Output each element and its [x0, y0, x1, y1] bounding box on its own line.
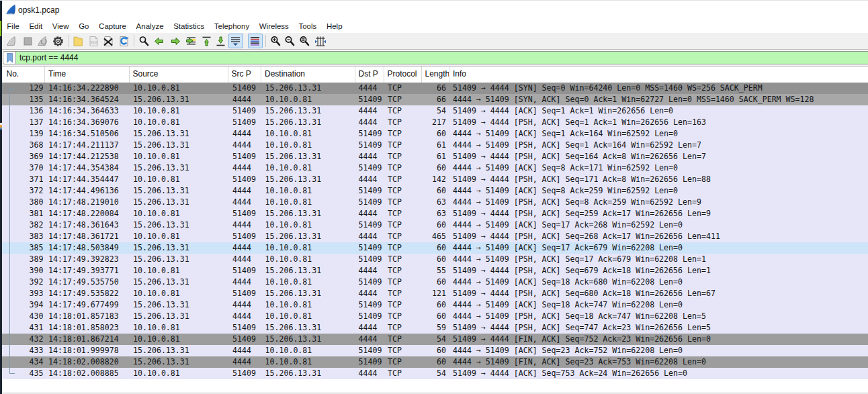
packet-row[interactable]: 36814:17:44.21113715.206.13.31444410.10.… — [2, 140, 868, 151]
column-header-no[interactable]: No. — [2, 66, 45, 83]
packet-row[interactable]: 13514:16:34.36452415.206.13.31444410.10.… — [2, 94, 868, 105]
packet-row[interactable]: 38314:17:48.36172110.10.0.815140915.206.… — [2, 231, 868, 242]
packet-row[interactable]: 36914:17:44.21253810.10.0.815140915.206.… — [2, 151, 868, 162]
packet-protocol: TCP — [384, 117, 422, 128]
filter-bookmark-button[interactable] — [3, 52, 16, 64]
packet-row[interactable]: 43414:18:02.00882015.206.13.31444410.10.… — [2, 356, 868, 368]
packet-src-port: 4444 — [228, 345, 262, 356]
packet-src-port: 51409 — [228, 334, 262, 345]
packet-protocol: TCP — [384, 140, 422, 151]
packet-row[interactable]: 43514:18:02.00888510.10.0.815140915.206.… — [2, 368, 868, 379]
capture-options-button[interactable] — [51, 34, 66, 48]
menu-statistics[interactable]: Statistics — [169, 20, 210, 32]
open-capture-file-button[interactable] — [71, 34, 86, 48]
packet-row[interactable]: 38114:17:48.22008410.10.0.815140915.206.… — [2, 208, 868, 219]
menu-tools[interactable]: Tools — [294, 20, 321, 32]
normal-size-button[interactable] — [298, 34, 312, 48]
packet-row[interactable]: 43114:18:01.85802310.10.0.815140915.206.… — [2, 322, 868, 334]
menu-wireless[interactable]: Wireless — [254, 20, 294, 32]
menu-telephony[interactable]: Telephony — [209, 20, 254, 32]
close-capture-file-button[interactable] — [101, 34, 116, 48]
reload-capture-file-button[interactable] — [117, 34, 132, 48]
save-capture-file-button[interactable]: 010 — [86, 34, 101, 48]
packet-row[interactable]: 43014:18:01.85718315.206.13.31444410.10.… — [2, 311, 868, 322]
packet-time: 14:18:02.008885 — [45, 368, 130, 379]
packet-row[interactable]: 13914:16:34.51050615.206.13.31444410.10.… — [2, 128, 868, 140]
menu-capture[interactable]: Capture — [94, 20, 132, 32]
packet-row[interactable]: 37114:17:44.35444710.10.0.815140915.206.… — [2, 174, 868, 185]
packet-row-selected[interactable]: 38514:17:48.50384915.206.13.31444410.10.… — [2, 242, 868, 254]
column-header-length[interactable]: Length — [422, 66, 450, 83]
packet-row[interactable]: 38014:17:48.21901015.206.13.31444410.10.… — [2, 197, 868, 208]
find-packet-button[interactable] — [136, 34, 151, 48]
packet-destination: 10.10.0.81 — [261, 311, 355, 322]
column-header-source[interactable]: Source — [130, 66, 228, 83]
packet-protocol: TCP — [384, 265, 422, 277]
menu-analyze[interactable]: Analyze — [131, 20, 169, 32]
zoom-in-button[interactable] — [268, 34, 283, 48]
packet-row[interactable]: 13614:16:34.36463310.10.0.815140915.206.… — [2, 105, 868, 117]
zoom-in-icon — [270, 36, 281, 47]
menu-file[interactable]: File — [2, 20, 24, 32]
auto-scroll-live-capture-button[interactable] — [228, 34, 243, 48]
packet-no: 383 — [2, 231, 45, 242]
packet-protocol: TCP — [384, 356, 422, 368]
packet-row[interactable]: 38914:17:49.39282315.206.13.31444410.10.… — [2, 254, 868, 265]
packet-dst-port: 4444 — [355, 265, 384, 277]
packet-destination: 10.10.0.81 — [261, 242, 355, 254]
start-capture-button[interactable] — [5, 34, 19, 48]
packet-destination: 15.206.13.31 — [261, 288, 355, 299]
column-header-destination[interactable]: Destination — [261, 66, 355, 83]
go-to-packet-button[interactable] — [184, 34, 199, 48]
packet-source: 15.206.13.31 — [130, 299, 228, 311]
packet-time: 14:18:01.858023 — [45, 322, 130, 334]
go-to-first-packet-button[interactable] — [199, 34, 214, 48]
packet-no: 368 — [2, 140, 45, 151]
packet-row[interactable]: 13714:16:34.36907610.10.0.815140915.206.… — [2, 117, 868, 128]
column-header-info[interactable]: Info — [449, 66, 868, 83]
packet-src-port: 51409 — [228, 265, 262, 277]
packet-row[interactable]: 39014:17:49.39377110.10.0.815140915.206.… — [2, 265, 868, 277]
packet-protocol: TCP — [384, 83, 422, 94]
menu-help[interactable]: Help — [322, 20, 347, 32]
column-header-protocol[interactable]: Protocol — [384, 66, 422, 83]
colorize-icon — [249, 36, 261, 47]
packet-row[interactable]: 37214:17:44.49613615.206.13.31444410.10.… — [2, 185, 868, 197]
go-back-button[interactable] — [151, 34, 166, 48]
menu-go[interactable]: Go — [74, 20, 94, 32]
restart-capture-button[interactable] — [35, 34, 50, 48]
column-header-dst-port[interactable]: Dst P — [355, 66, 384, 83]
display-filter-field: tcp.port == 4444 — [3, 51, 868, 64]
packet-row[interactable]: 37014:17:44.35438415.206.13.31444410.10.… — [2, 162, 868, 174]
menu-view[interactable]: View — [48, 20, 74, 32]
packet-src-port: 4444 — [228, 162, 262, 174]
packet-row[interactable]: 38214:17:48.36164315.206.13.31444410.10.… — [2, 219, 868, 231]
display-filter-input[interactable]: tcp.port == 4444 — [16, 52, 868, 64]
go-to-last-packet-button[interactable] — [214, 34, 228, 48]
go-forward-button[interactable] — [169, 34, 183, 48]
packet-destination: 15.206.13.31 — [261, 231, 355, 242]
packet-no: 135 — [2, 94, 45, 105]
packet-row[interactable]: 39414:17:49.67749915.206.13.31444410.10.… — [2, 299, 868, 311]
packet-source: 10.10.0.81 — [130, 151, 228, 162]
column-header-time[interactable]: Time — [45, 66, 130, 83]
stop-capture-button[interactable] — [20, 34, 35, 48]
packet-row[interactable]: 43214:18:01.86721410.10.0.815140915.206.… — [2, 334, 868, 345]
zoom-out-button[interactable] — [283, 34, 298, 48]
packet-dst-port: 4444 — [355, 231, 384, 242]
packet-destination: 10.10.0.81 — [261, 140, 355, 151]
packet-dst-port: 51409 — [355, 94, 384, 105]
packet-row[interactable]: 39314:17:49.53582210.10.0.815140915.206.… — [2, 288, 868, 299]
column-header-src-port[interactable]: Src P — [228, 66, 262, 83]
packet-no: 389 — [2, 254, 45, 265]
packet-row[interactable]: 39214:17:49.53575015.206.13.31444410.10.… — [2, 277, 868, 288]
packet-no: 370 — [2, 162, 45, 174]
resize-columns-button[interactable] — [313, 34, 328, 48]
packet-no: 137 — [2, 117, 45, 128]
packet-row[interactable]: 12914:16:34.22289010.10.0.815140915.206.… — [2, 83, 868, 94]
packet-source: 15.206.13.31 — [130, 162, 228, 174]
menu-edit[interactable]: Edit — [24, 20, 47, 32]
packet-info: 4444 → 51409 [PSH, ACK] Seq=18 Ack=747 W… — [449, 311, 868, 322]
colorize-packet-list-button[interactable] — [248, 34, 263, 48]
packet-row[interactable]: 43314:18:01.99997815.206.13.31444410.10.… — [2, 345, 868, 356]
